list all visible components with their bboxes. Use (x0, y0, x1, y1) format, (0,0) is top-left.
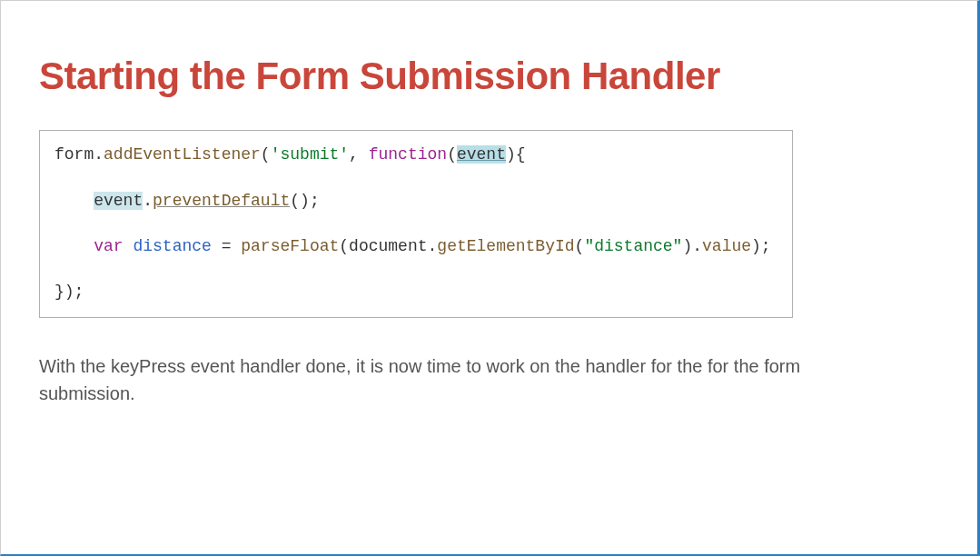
code-line-4: }); (54, 283, 84, 301)
code-line-3: var distance = parseFloat(document.getEl… (54, 237, 771, 255)
slide-title: Starting the Form Submission Handler (39, 55, 939, 97)
slide-content: Starting the Form Submission Handler for… (1, 1, 977, 407)
code-line-1: form.addEventListener('submit', function… (54, 145, 526, 164)
slide-body-text: With the keyPress event handler done, it… (39, 352, 811, 407)
code-block: form.addEventListener('submit', function… (39, 130, 793, 317)
code-line-2: event.preventDefault(); (54, 192, 320, 210)
